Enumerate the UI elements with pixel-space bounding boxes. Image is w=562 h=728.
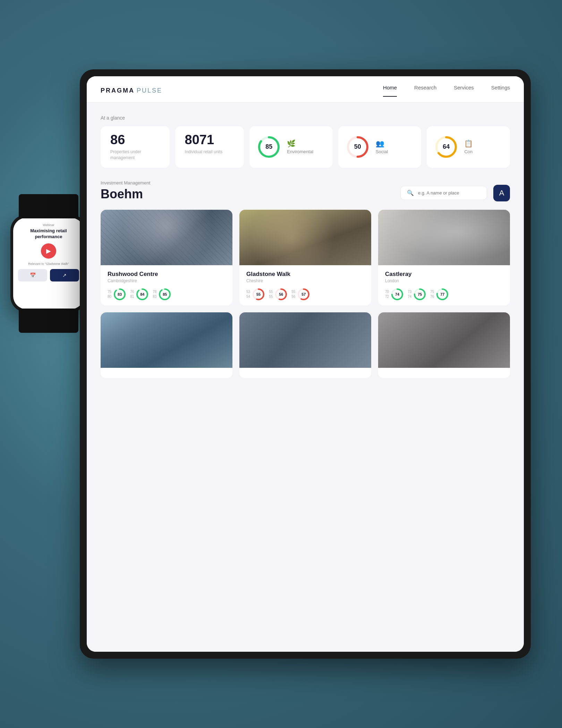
property-scores-rushwood: 7580 83 7681 84 — [108, 287, 225, 301]
property-scores-castleray: 7072 74 7374 75 — [385, 287, 503, 301]
property-location-rushwood: Cambridgeshire — [108, 278, 225, 283]
mini-circle-3: 85 — [158, 287, 172, 301]
score-nums: 7374 — [408, 289, 411, 299]
property-card-5[interactable] — [239, 312, 371, 378]
glance-title: At a glance — [101, 115, 510, 121]
glance-environmental-card: 85 🌿 Enviromental — [249, 126, 333, 168]
property-location-castleray: London — [385, 278, 503, 283]
con-score-circle: 64 — [434, 135, 459, 159]
header-top: PRAGMA PULSE Home Research Services Sett… — [101, 85, 510, 97]
main-nav: Home Research Services Settings — [383, 85, 510, 97]
watch-screen: Webinar Maximising retail performance ▶ … — [13, 218, 84, 309]
glance-units-number: 8071 — [185, 133, 235, 146]
property-grid: Rushwood Centre Cambridgeshire 7580 83 — [101, 210, 510, 378]
property-image-4 — [101, 312, 232, 368]
score-nums: 7072 — [385, 289, 389, 299]
property-location-gladstone: Cheshire — [246, 278, 364, 283]
score-pair: 5555 56 — [269, 287, 288, 301]
property-image-castleray — [378, 210, 510, 265]
social-label: Social — [376, 149, 388, 154]
mini-score-value: 75 — [413, 287, 427, 301]
tablet: PRAGMA PULSE Home Research Services Sett… — [80, 69, 531, 659]
score-nums: 5556 — [291, 289, 295, 299]
con-label: Con — [464, 149, 473, 154]
mini-circle-2: 75 — [413, 287, 427, 301]
share-icon: ↗ — [62, 272, 67, 278]
nav-settings[interactable]: Settings — [491, 85, 510, 97]
score-nums: 7681 — [130, 289, 134, 299]
property-name-rushwood: Rushwood Centre — [108, 271, 225, 278]
mini-circle-2: 84 — [135, 287, 149, 301]
watch-event-type: Webinar — [18, 223, 79, 227]
watch-video-icon[interactable]: ▶ — [41, 243, 56, 259]
watch-band-top — [19, 194, 78, 218]
nav-services[interactable]: Services — [454, 85, 474, 97]
property-search[interactable]: 🔍 — [400, 186, 487, 200]
logo-pulse: PULSE — [137, 87, 162, 94]
con-icon: 📋 — [464, 139, 473, 148]
glance-properties-card: 86 Properties under management — [101, 126, 170, 168]
social-score-circle: 50 — [345, 135, 370, 159]
glance-row: 86 Properties under management 8071 Indi… — [101, 126, 510, 168]
score-pair: 5354 55 — [246, 287, 265, 301]
score-nums: 5354 — [246, 289, 250, 299]
property-image-rushwood — [101, 210, 232, 265]
mini-circle-3: 57 — [297, 287, 310, 301]
property-card-rushwood[interactable]: Rushwood Centre Cambridgeshire 7580 83 — [101, 210, 232, 305]
watch-calendar-button[interactable]: 📅 — [18, 269, 47, 281]
watch-share-button[interactable]: ↗ — [50, 269, 79, 281]
property-card-4[interactable] — [101, 312, 232, 378]
property-name-castleray: Castleray — [385, 271, 503, 278]
property-info-gladstone: Gladstone Walk Cheshire 5354 55 — [239, 265, 371, 305]
mini-score-value: 74 — [390, 287, 404, 301]
property-info-4 — [101, 368, 232, 378]
glance-properties-number: 86 — [110, 133, 160, 146]
add-icon: A — [499, 189, 504, 198]
score-nums: 5555 — [269, 289, 273, 299]
mini-score-value: 57 — [297, 287, 310, 301]
add-button[interactable]: A — [493, 185, 510, 201]
mini-circle-1: 74 — [390, 287, 404, 301]
glance-units-card: 8071 Individual retail units — [175, 126, 244, 168]
app-content: At a glance 86 Properties under manageme… — [87, 103, 524, 652]
score-pair: 5556 57 — [291, 287, 310, 301]
property-card-gladstone[interactable]: Gladstone Walk Cheshire 5354 55 — [239, 210, 371, 305]
mini-circle-3: 77 — [435, 287, 449, 301]
glance-social-card: 50 👥 Social — [338, 126, 422, 168]
score-nums: 7580 — [108, 289, 111, 299]
social-score-value: 50 — [345, 135, 370, 159]
mini-score-value: 77 — [435, 287, 449, 301]
watch-action-buttons: 📅 ↗ — [18, 269, 79, 281]
calendar-icon: 📅 — [30, 272, 36, 278]
property-scores-gladstone: 5354 55 5555 56 — [246, 287, 364, 301]
mini-circle-1: 55 — [252, 287, 265, 301]
glance-properties-label: Properties under management — [110, 149, 160, 161]
investment-header: Investment Management Boehm 🔍 A — [101, 180, 510, 201]
mini-circle-2: 56 — [274, 287, 288, 301]
property-card-6[interactable] — [378, 312, 510, 378]
watch-band-bottom — [19, 309, 78, 333]
property-image-gladstone — [239, 210, 371, 265]
tablet-screen: PRAGMA PULSE Home Research Services Sett… — [87, 76, 524, 652]
search-icon: 🔍 — [407, 190, 414, 196]
smartwatch: Webinar Maximising retail performance ▶ … — [10, 215, 87, 312]
environmental-icon: 🌿 — [287, 139, 313, 148]
app-header: PRAGMA PULSE Home Research Services Sett… — [87, 76, 524, 103]
play-icon: ▶ — [46, 247, 51, 255]
nav-research[interactable]: Research — [414, 85, 436, 97]
search-input[interactable] — [418, 190, 480, 196]
property-card-castleray[interactable]: Castleray London 7072 74 73 — [378, 210, 510, 305]
mini-score-value: 56 — [274, 287, 288, 301]
property-info-5 — [239, 368, 371, 378]
score-pair: 7580 83 — [108, 287, 127, 301]
score-pair: 7883 85 — [153, 287, 172, 301]
environmental-label: Enviromental — [287, 149, 313, 154]
app-logo: PRAGMA PULSE — [101, 87, 162, 94]
nav-home[interactable]: Home — [383, 85, 397, 97]
mini-score-value: 84 — [135, 287, 149, 301]
score-pair: 7374 75 — [408, 287, 427, 301]
score-pair: 7576 77 — [430, 287, 449, 301]
glance-con-card: 64 📋 Con — [427, 126, 510, 168]
investment-section-label: Investment Management — [101, 180, 150, 185]
mini-score-value: 55 — [252, 287, 265, 301]
